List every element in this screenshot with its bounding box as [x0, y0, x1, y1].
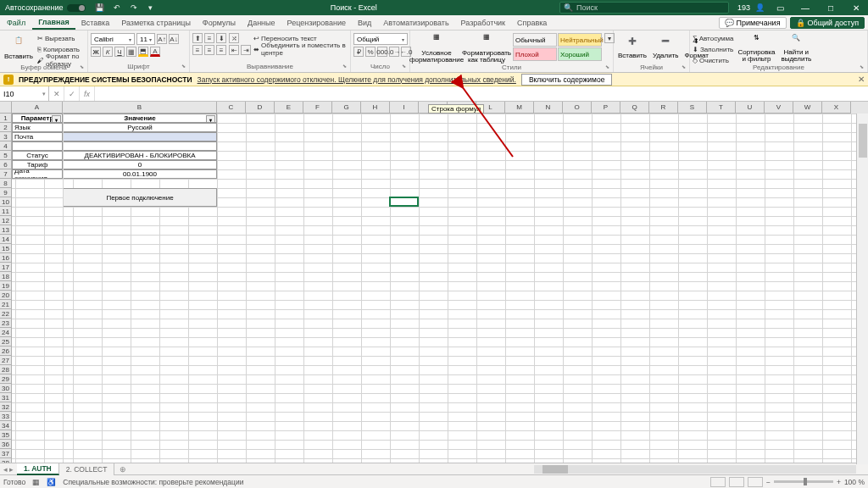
row-header[interactable]: 10 — [0, 197, 12, 207]
column-header[interactable]: G — [332, 102, 361, 114]
row-header[interactable]: 17 — [0, 263, 12, 272]
row-header[interactable]: 31 — [0, 393, 12, 402]
cut-button[interactable]: ✂Вырезать — [37, 33, 85, 43]
row-header[interactable]: 7 — [0, 169, 12, 179]
select-all-corner[interactable] — [0, 102, 12, 114]
security-close-button[interactable]: ✕ — [858, 75, 865, 84]
align-right-icon[interactable]: ≡ — [216, 45, 226, 55]
table-header-value[interactable]: Значение — [63, 114, 217, 123]
sheet-next-icon[interactable]: ▸ — [9, 465, 14, 474]
tab-developer[interactable]: Разработчик — [455, 15, 511, 30]
row-header[interactable]: 25 — [0, 337, 12, 347]
tab-home[interactable]: Главная — [32, 15, 75, 30]
zoom-in-button[interactable]: + — [837, 478, 841, 486]
column-header[interactable]: U — [736, 102, 765, 114]
number-format-combo[interactable]: Общий — [353, 33, 408, 45]
zoom-slider[interactable] — [774, 480, 833, 483]
row-header[interactable]: 6 — [0, 160, 12, 169]
sheet-nav[interactable]: ◂▸ — [0, 465, 17, 474]
row-header[interactable]: 23 — [0, 319, 12, 328]
minimize-button[interactable]: — — [795, 0, 815, 15]
row-header[interactable]: 35 — [0, 430, 12, 440]
column-header[interactable]: R — [649, 102, 678, 114]
horizontal-scrollbar[interactable] — [534, 465, 856, 474]
autosave-toggle[interactable]: Автосохранение — [5, 3, 86, 12]
vertical-scrollbar[interactable] — [856, 114, 868, 464]
style-bad[interactable]: Плохой — [513, 47, 557, 61]
column-header[interactable]: N — [534, 102, 563, 114]
file-menu[interactable]: Файл — [0, 15, 32, 30]
autosum-button[interactable]: ∑Автосумма — [693, 33, 734, 43]
row-header[interactable]: 20 — [0, 291, 12, 300]
cell[interactable]: 00.01.1900 — [63, 169, 217, 179]
zoom-level[interactable]: 100 % — [844, 478, 865, 486]
fill-button[interactable]: ⬇Заполнить — [693, 44, 734, 54]
row-header[interactable]: 2 — [0, 123, 12, 132]
column-header[interactable]: X — [822, 102, 851, 114]
row-header[interactable]: 5 — [0, 151, 12, 160]
row-header[interactable]: 11 — [0, 207, 12, 216]
underline-button[interactable]: Ч — [114, 47, 125, 57]
close-button[interactable]: ✕ — [846, 0, 866, 15]
align-center-icon[interactable]: ≡ — [204, 45, 214, 55]
qat-dropdown-icon[interactable]: ▾ — [145, 2, 157, 14]
share-button[interactable]: 🔒Общий доступ — [790, 17, 865, 29]
table-header-param[interactable]: Параметр — [12, 114, 63, 123]
row-header[interactable]: 12 — [0, 216, 12, 225]
search-box[interactable]: 🔍 Поиск — [559, 2, 729, 14]
indent-increase-icon[interactable]: ⇥ — [241, 45, 251, 55]
italic-button[interactable]: К — [103, 47, 113, 57]
fill-color-button[interactable]: ⬒ — [138, 47, 148, 57]
column-header[interactable]: B — [63, 102, 217, 114]
row-header[interactable]: 14 — [0, 235, 12, 244]
add-sheet-button[interactable]: ⊕ — [114, 465, 131, 474]
row-header[interactable]: 27 — [0, 356, 12, 365]
column-header[interactable]: I — [390, 102, 419, 114]
cell[interactable] — [63, 132, 217, 141]
cell[interactable] — [12, 141, 63, 151]
tab-help[interactable]: Справка — [511, 15, 553, 30]
increase-decimal-icon[interactable]: .0→ — [389, 47, 399, 57]
enter-formula-icon[interactable]: ✓ — [64, 86, 80, 101]
font-name-combo[interactable]: Calibri — [91, 33, 135, 45]
view-page-break-icon[interactable] — [748, 477, 763, 487]
enable-content-button[interactable]: Включить содержимое — [521, 74, 613, 86]
column-header[interactable]: M — [505, 102, 534, 114]
toggle-off-icon[interactable] — [67, 4, 86, 12]
conditional-formatting-button[interactable]: ▦Условное форматирование — [413, 33, 460, 64]
ribbon-options-icon[interactable]: ▭ — [770, 0, 790, 15]
group-cells-label[interactable]: Ячейки — [616, 64, 687, 71]
tab-data[interactable]: Данные — [242, 15, 281, 30]
zoom-out-button[interactable]: − — [766, 478, 771, 486]
align-middle-icon[interactable]: ≡ — [204, 33, 214, 43]
orientation-icon[interactable]: ⤭ — [229, 33, 239, 43]
style-good[interactable]: Хороший — [558, 47, 602, 61]
view-normal-icon[interactable] — [710, 477, 726, 487]
row-header[interactable]: 16 — [0, 253, 12, 263]
font-color-button[interactable]: A — [150, 47, 160, 57]
cell[interactable]: Статус — [12, 151, 63, 160]
sort-filter-button[interactable]: ⇅Сортировка и фильтр — [737, 33, 777, 64]
cell[interactable]: Дата окончания — [12, 169, 63, 179]
accessibility-icon[interactable]: ♿ — [47, 478, 56, 486]
column-header[interactable]: Q — [620, 102, 649, 114]
decrease-font-icon[interactable]: A↓ — [169, 34, 179, 44]
tab-page-layout[interactable]: Разметка страницы — [115, 15, 197, 30]
font-size-combo[interactable]: 11 — [136, 33, 155, 45]
row-header[interactable]: 3 — [0, 132, 12, 141]
security-message-link[interactable]: Запуск активного содержимого отключен. Щ… — [198, 75, 516, 84]
maximize-button[interactable]: □ — [821, 0, 841, 15]
merge-center-button[interactable]: ⬌Объединить и поместить в центре — [253, 44, 348, 54]
column-header[interactable]: P — [592, 102, 620, 114]
row-header[interactable]: 8 — [0, 179, 12, 188]
row-header[interactable]: 13 — [0, 225, 12, 235]
group-alignment-label[interactable]: Выравнивание — [192, 63, 348, 71]
row-header[interactable]: 21 — [0, 300, 12, 309]
column-header[interactable]: E — [275, 102, 303, 114]
row-header[interactable]: 18 — [0, 272, 12, 281]
row-header[interactable]: 36 — [0, 440, 12, 449]
tab-insert[interactable]: Вставка — [75, 15, 115, 30]
increase-font-icon[interactable]: A↑ — [157, 34, 167, 44]
column-header[interactable]: F — [303, 102, 332, 114]
cell[interactable]: ДЕАКТИВИРОВАН - БЛОКИРОВКА — [63, 151, 217, 160]
